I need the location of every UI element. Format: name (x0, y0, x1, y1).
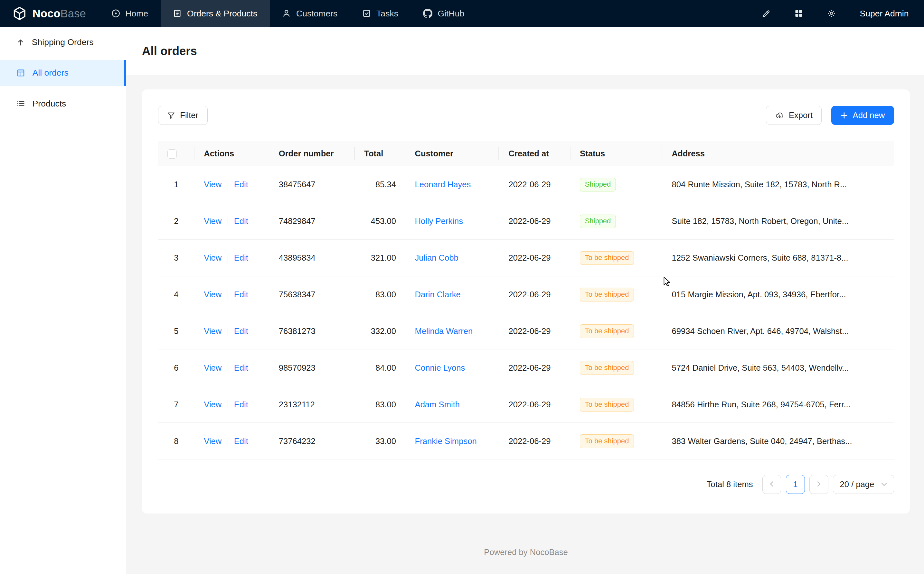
table-row[interactable]: 4 ViewEdit 75638347 83.00 Darin Clarke 2… (158, 276, 894, 313)
filter-button[interactable]: Filter (158, 106, 208, 125)
customer-link[interactable]: Melinda Warren (415, 326, 473, 336)
user-menu[interactable]: Super Admin (860, 9, 909, 19)
sidebar-item-shipping-orders[interactable]: Shipping Orders (0, 30, 126, 56)
page-header: All orders (126, 27, 924, 75)
view-link[interactable]: View (204, 216, 221, 226)
table-row[interactable]: 2 ViewEdit 74829847 453.00 Holly Perkins… (158, 203, 894, 240)
total-cell: 33.00 (355, 423, 405, 459)
customer-cell: Frankie Simpson (405, 423, 499, 459)
customer-link[interactable]: Darin Clarke (415, 290, 461, 299)
sidebar-item-products[interactable]: Products (0, 91, 126, 117)
view-link[interactable]: View (204, 437, 221, 446)
add-new-button[interactable]: Add new (831, 106, 894, 125)
view-link[interactable]: View (204, 180, 221, 189)
export-button[interactable]: Export (766, 106, 821, 125)
status-cell: To be shipped (570, 313, 663, 349)
status-badge: To be shipped (580, 324, 634, 338)
edit-link[interactable]: Edit (234, 253, 248, 262)
sidebar-item-label: Shipping Orders (32, 37, 94, 47)
action-divider (227, 438, 228, 446)
status-cell: To be shipped (570, 276, 663, 313)
nav-item-customers[interactable]: Customers (270, 0, 350, 27)
plus-icon (840, 112, 848, 119)
edit-link[interactable]: Edit (234, 400, 248, 409)
nav-item-home[interactable]: Home (99, 0, 161, 27)
sidebar-item-all-orders[interactable]: All orders (0, 60, 126, 86)
address-cell: 383 Walter Gardens, Suite 040, 24947, Be… (662, 423, 894, 459)
tasks-icon (362, 9, 371, 18)
view-link[interactable]: View (204, 290, 221, 299)
nav-item-github[interactable]: GitHub (411, 0, 477, 27)
edit-link[interactable]: Edit (234, 437, 248, 446)
row-index: 4 (158, 276, 194, 313)
actions-cell: ViewEdit (194, 240, 269, 276)
action-divider (227, 218, 228, 226)
total-cell: 85.34 (355, 166, 405, 203)
created-at-cell: 2022-06-29 (499, 386, 570, 423)
status-badge: To be shipped (580, 288, 634, 301)
table-row[interactable]: 1 ViewEdit 38475647 85.34 Leonard Hayes … (158, 166, 894, 203)
orders-icon (173, 9, 182, 18)
page-title: All orders (142, 44, 197, 58)
customer-link[interactable]: Connie Lyons (415, 363, 465, 372)
brand[interactable]: NocoBase (0, 0, 99, 27)
status-badge: To be shipped (580, 251, 634, 265)
export-icon (775, 111, 784, 120)
nav-item-label: Customers (296, 9, 337, 19)
column-header-status: Status (570, 141, 663, 166)
brand-name-light: Base (60, 7, 86, 20)
github-icon (423, 9, 433, 18)
customer-link[interactable]: Leonard Hayes (415, 180, 471, 189)
main-area: All orders Filter (126, 27, 924, 574)
powered-by-footer: Powered by NocoBase (142, 548, 910, 557)
total-cell: 83.00 (355, 386, 405, 423)
order-number-cell: 43895834 (269, 240, 354, 276)
edit-link[interactable]: Edit (234, 363, 248, 372)
edit-link[interactable]: Edit (234, 290, 248, 299)
view-link[interactable]: View (204, 400, 221, 409)
view-link[interactable]: View (204, 326, 221, 336)
next-page-button[interactable] (809, 475, 828, 494)
view-link[interactable]: View (204, 253, 221, 262)
page-size-value: 20 / page (840, 480, 874, 489)
edit-link[interactable]: Edit (234, 180, 248, 189)
table-row[interactable]: 7 ViewEdit 23132112 83.00 Adam Smith 202… (158, 386, 894, 423)
customer-link[interactable]: Adam Smith (415, 400, 460, 409)
column-header-actions: Actions (194, 141, 269, 166)
grid-icon[interactable] (794, 9, 803, 18)
table-row[interactable]: 5 ViewEdit 76381273 332.00 Melinda Warre… (158, 313, 894, 349)
customer-link[interactable]: Julian Cobb (415, 253, 458, 262)
nav-item-label: Tasks (376, 9, 398, 19)
address-cell: 84856 Hirthe Run, Suite 268, 94754-6705,… (662, 386, 894, 423)
select-all-checkbox[interactable] (167, 149, 177, 159)
highlighter-icon[interactable] (761, 9, 771, 18)
page-size-select[interactable]: 20 / page (833, 475, 894, 494)
created-at-cell: 2022-06-29 (499, 423, 570, 459)
nav-item-orders-products[interactable]: Orders & Products (161, 0, 270, 27)
customer-link[interactable]: Frankie Simpson (415, 437, 477, 446)
table-row[interactable]: 6 ViewEdit 98570923 84.00 Connie Lyons 2… (158, 349, 894, 386)
row-index: 2 (158, 203, 194, 240)
view-link[interactable]: View (204, 363, 221, 372)
table-row[interactable]: 3 ViewEdit 43895834 321.00 Julian Cobb 2… (158, 240, 894, 276)
edit-link[interactable]: Edit (234, 326, 248, 336)
order-number-cell: 76381273 (269, 313, 354, 349)
customer-cell: Melinda Warren (405, 313, 499, 349)
pagination-total: Total 8 items (707, 480, 753, 489)
home-icon (111, 9, 120, 18)
gear-icon[interactable] (827, 9, 836, 18)
page-number-button[interactable]: 1 (786, 475, 805, 494)
action-divider (227, 181, 228, 189)
app-window: NocoBase Home Orders & Products Cust (0, 0, 924, 574)
order-number-cell: 73764232 (269, 423, 354, 459)
nav-item-tasks[interactable]: Tasks (350, 0, 411, 27)
action-divider (227, 401, 228, 409)
customer-link[interactable]: Holly Perkins (415, 216, 463, 226)
edit-link[interactable]: Edit (234, 216, 248, 226)
created-at-cell: 2022-06-29 (499, 166, 570, 203)
table-row[interactable]: 8 ViewEdit 73764232 33.00 Frankie Simpso… (158, 423, 894, 459)
prev-page-button[interactable] (762, 475, 781, 494)
created-at-cell: 2022-06-29 (499, 349, 570, 386)
arrow-up-icon (16, 38, 25, 47)
actions-cell: ViewEdit (194, 313, 269, 349)
